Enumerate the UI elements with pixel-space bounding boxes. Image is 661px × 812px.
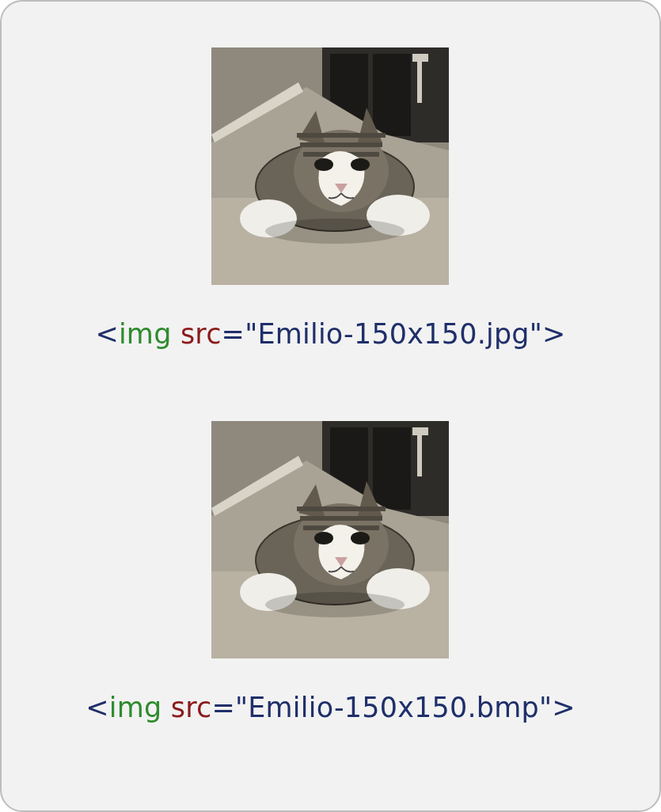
code-close-bracket: > [542,318,566,350]
code-open-bracket: < [85,692,109,723]
code-snippet: <img src="Emilio-150x150.bmp"> [85,692,576,723]
svg-point-45 [265,592,405,617]
svg-rect-39 [297,507,386,511]
cat-image [211,421,449,658]
svg-rect-29 [412,427,428,435]
svg-point-43 [351,532,370,544]
example-2: <img src="Emilio-150x150.bmp"> [85,421,576,723]
svg-point-20 [351,158,370,171]
code-quote-open: " [245,318,257,350]
svg-rect-40 [300,516,382,521]
code-space [161,692,170,723]
example-1: <img src="Emilio-150x150.jpg"> [95,47,565,350]
code-attr-name: src [171,692,212,723]
code-attr-value: Emilio-150x150.bmp [248,692,539,723]
svg-rect-16 [297,133,386,138]
svg-rect-28 [417,429,422,476]
code-quote-close: " [530,318,542,350]
svg-rect-5 [417,55,422,103]
code-quote-open: " [235,692,248,723]
svg-point-19 [314,158,333,171]
cat-image [211,47,449,285]
code-attr-name: src [180,318,222,350]
code-close-bracket: > [552,692,576,723]
code-open-bracket: < [95,318,119,350]
code-quote-close: " [539,692,552,723]
code-tag-name: img [109,692,162,723]
svg-point-42 [314,532,333,544]
svg-rect-6 [412,54,428,62]
examples-panel: <img src="Emilio-150x150.jpg"> [0,0,661,812]
svg-rect-4 [373,54,411,136]
code-tag-name: img [119,318,172,350]
code-equals: = [222,318,245,350]
svg-point-22 [265,218,405,244]
code-attr-value: Emilio-150x150.jpg [257,318,529,350]
code-space [172,318,180,350]
svg-rect-27 [373,427,411,510]
code-snippet: <img src="Emilio-150x150.jpg"> [95,318,565,350]
code-equals: = [211,692,235,723]
svg-rect-17 [300,142,382,147]
